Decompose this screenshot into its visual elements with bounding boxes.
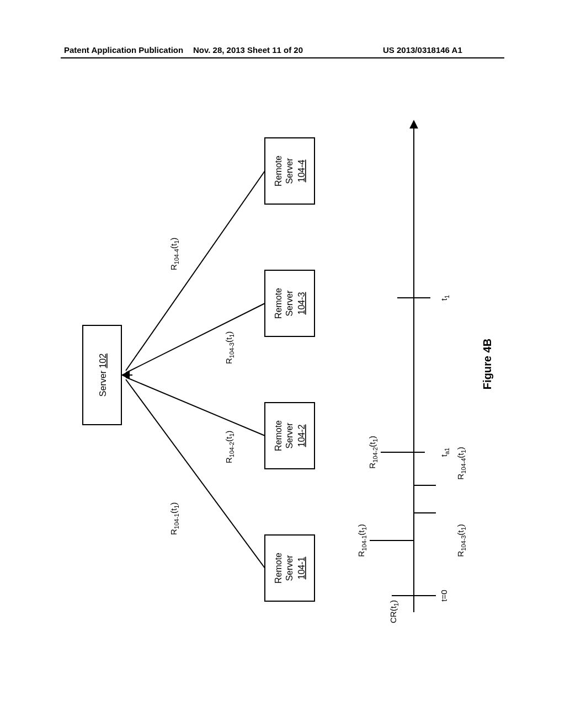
header-center: Nov. 28, 2013 Sheet 11 of 20 <box>193 45 303 55</box>
tick-ta1: ta1 <box>439 448 450 457</box>
svg-text:Remote: Remote <box>274 288 283 319</box>
svg-text:Server: Server <box>285 422 294 449</box>
rs2-ref: 104-2 <box>297 424 306 447</box>
figure-svg: Server 102 Remote Server 104-1 <box>61 77 504 651</box>
svg-text:Remote: Remote <box>274 156 283 186</box>
svg-text:Server: Server <box>285 158 294 184</box>
svg-text:Remote: Remote <box>274 420 283 451</box>
timeline-r3: R104-3(t1) <box>456 524 467 556</box>
server-box: Server 102 <box>83 325 121 425</box>
timeline-r4: R104-4(t1) <box>456 447 467 479</box>
svg-line-17 <box>126 171 265 371</box>
timeline-r2: R104-2(t1) <box>367 436 379 468</box>
svg-text:Remote: Remote <box>274 553 283 584</box>
tick-t0: t=0 <box>439 590 449 601</box>
timeline: t=0 CR(t1) R104-1(t1) R104-3(t1) <box>356 121 467 623</box>
rs4-ref: 104-4 <box>297 159 306 182</box>
remote-server-4: Remote Server 104-4 <box>265 138 315 204</box>
svg-line-16 <box>126 303 265 373</box>
header-rule <box>61 57 504 58</box>
header-right: US 2013/0318146 A1 <box>383 45 462 55</box>
svg-text:Server
             
         : Server 102 <box>98 354 108 397</box>
edge-label-3: R104-3(t1) <box>224 331 235 364</box>
figure-stage: Server 102 Remote Server 104-1 <box>61 77 504 651</box>
remote-server-3: Remote Server 104-3 <box>265 270 315 336</box>
remote-server-1: Remote Server 104-1 <box>265 535 315 601</box>
rs3-ref: 104-3 <box>297 292 306 314</box>
figure-caption: Figure 4B <box>481 339 493 389</box>
svg-line-15 <box>126 377 265 436</box>
tick-t1: t1 <box>439 295 450 301</box>
timeline-r1: R104-1(t1) <box>356 524 367 556</box>
edge-label-1: R104-1(t1) <box>169 502 180 535</box>
svg-text:Server: Server <box>285 290 294 317</box>
server-label: Server <box>98 370 108 397</box>
server-ref: 102 <box>98 354 108 368</box>
edges <box>122 171 265 568</box>
svg-text:Server: Server <box>285 555 294 581</box>
rs1-ref: 104-1 <box>297 556 306 579</box>
remote-server-2: Remote Server 104-2 <box>265 403 315 469</box>
svg-line-14 <box>126 379 265 568</box>
timeline-cr: CR(t1) <box>388 600 399 623</box>
header-left: Patent Application Publication <box>64 45 183 55</box>
edge-label-2: R104-2(t1) <box>224 431 235 463</box>
edge-label-4: R104-4(t1) <box>169 238 180 270</box>
